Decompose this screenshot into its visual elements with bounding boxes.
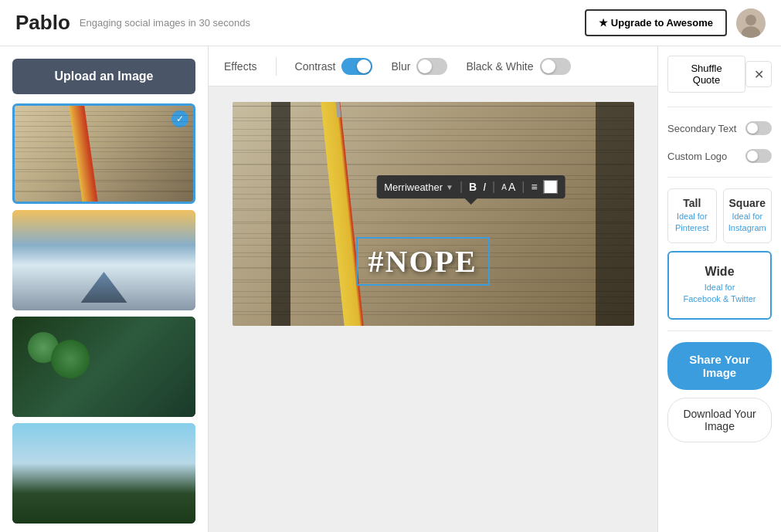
thumbnail-grid: ✓ [12, 103, 195, 524]
size-card-square[interactable]: Square Ideal forInstagram [723, 188, 773, 243]
header: Pablo Engaging social images in 30 secon… [0, 0, 781, 46]
text-box[interactable]: #NOPE [356, 237, 490, 286]
secondary-text-row: Secondary Text [667, 118, 772, 138]
blur-toggle[interactable] [416, 58, 447, 75]
header-right: ★ Upgrade to Awesome [585, 8, 766, 38]
logo: Pablo [15, 11, 70, 35]
size-cards: Tall Ideal forPinterest Square Ideal for… [667, 188, 772, 243]
toolbar-divider-1 [276, 57, 277, 76]
bw-control[interactable]: Black & White [466, 58, 570, 75]
right-panel: Shuffle Quote ✕ Secondary Text Custom Lo… [657, 46, 781, 532]
svg-point-1 [745, 15, 756, 25]
check-icon: ✓ [171, 110, 188, 127]
upload-button[interactable]: Upload an Image [12, 59, 195, 94]
custom-logo-knob [747, 151, 758, 161]
font-toolbar: Merriweather ▼ | B I | AA | ≡ [376, 175, 565, 198]
size-card-wide[interactable]: Wide Ideal forFacebook & Twitter [667, 251, 772, 320]
wide-sub: Ideal forFacebook & Twitter [674, 282, 766, 306]
divider: | [460, 180, 463, 194]
contrast-label: Contrast [295, 60, 336, 73]
font-selector[interactable]: Merriweather ▼ [384, 181, 453, 193]
custom-logo-label: Custom Logo [667, 151, 727, 162]
contrast-toggle-knob [357, 59, 371, 73]
bw-toggle-knob [542, 59, 555, 73]
avatar [736, 8, 766, 38]
divider-1 [667, 107, 772, 107]
custom-logo-row: Custom Logo [667, 146, 772, 166]
secondary-text-knob [747, 123, 758, 134]
color-picker[interactable] [544, 180, 558, 194]
canvas-image[interactable]: Merriweather ▼ | B I | AA | ≡ [233, 102, 634, 326]
thumbnail-4[interactable] [12, 423, 195, 524]
download-button[interactable]: Download Your Image [667, 398, 772, 442]
bw-label: Black & White [466, 60, 533, 73]
upgrade-button[interactable]: ★ Upgrade to Awesome [585, 9, 727, 36]
shuffle-row: Shuffle Quote ✕ [667, 56, 772, 93]
text-overlay[interactable]: #NOPE [356, 237, 490, 286]
shuffle-button[interactable]: Shuffle Quote [667, 56, 745, 93]
secondary-text-toggle[interactable] [745, 121, 772, 135]
canvas-text[interactable]: #NOPE [368, 244, 477, 279]
contrast-control[interactable]: Contrast [295, 58, 373, 75]
italic-button[interactable]: I [483, 181, 486, 193]
blur-control[interactable]: Blur [391, 58, 447, 75]
divider-2 [667, 177, 772, 178]
effects-control[interactable]: Effects [224, 60, 257, 73]
square-sub: Ideal forInstagram [728, 211, 767, 235]
size-card-tall[interactable]: Tall Ideal forPinterest [667, 188, 717, 243]
thumbnail-2[interactable] [12, 210, 195, 310]
square-title: Square [728, 197, 767, 209]
thumbnail-3[interactable] [12, 317, 195, 417]
chevron-down-icon: ▼ [446, 183, 453, 191]
align-button[interactable]: ≡ [531, 181, 537, 193]
sidebar: Upload an Image ✓ [0, 46, 209, 532]
divider3: | [521, 180, 525, 194]
tagline: Engaging social images in 30 seconds [80, 17, 250, 29]
canvas-wrapper: Merriweather ▼ | B I | AA | ≡ [209, 86, 657, 532]
canvas-toolbar: Effects Contrast Blur Black & White [209, 46, 657, 86]
wide-title: Wide [674, 265, 766, 279]
effects-label: Effects [224, 60, 257, 73]
tall-title: Tall [673, 197, 711, 209]
blur-toggle-knob [418, 59, 432, 73]
font-size-control[interactable]: AA [501, 181, 515, 193]
bold-button[interactable]: B [469, 181, 477, 193]
share-button[interactable]: Share Your Image [667, 342, 772, 390]
secondary-text-label: Secondary Text [667, 123, 736, 134]
canvas-area: Effects Contrast Blur Black & White [209, 46, 657, 532]
bw-toggle[interactable] [540, 58, 571, 75]
thumbnail-1[interactable]: ✓ [12, 103, 195, 204]
divider2: | [492, 180, 495, 194]
toolbar-arrow [464, 198, 477, 205]
header-left: Pablo Engaging social images in 30 secon… [15, 11, 250, 35]
main: Upload an Image ✓ [0, 46, 781, 532]
divider-3 [667, 330, 772, 331]
contrast-toggle[interactable] [341, 58, 372, 75]
shuffle-icon-button[interactable]: ✕ [745, 61, 772, 87]
shuffle-icon: ✕ [754, 67, 764, 82]
font-name-label: Merriweather [384, 181, 443, 193]
custom-logo-toggle[interactable] [745, 149, 772, 163]
blur-label: Blur [391, 60, 410, 73]
tall-sub: Ideal forPinterest [673, 211, 711, 235]
